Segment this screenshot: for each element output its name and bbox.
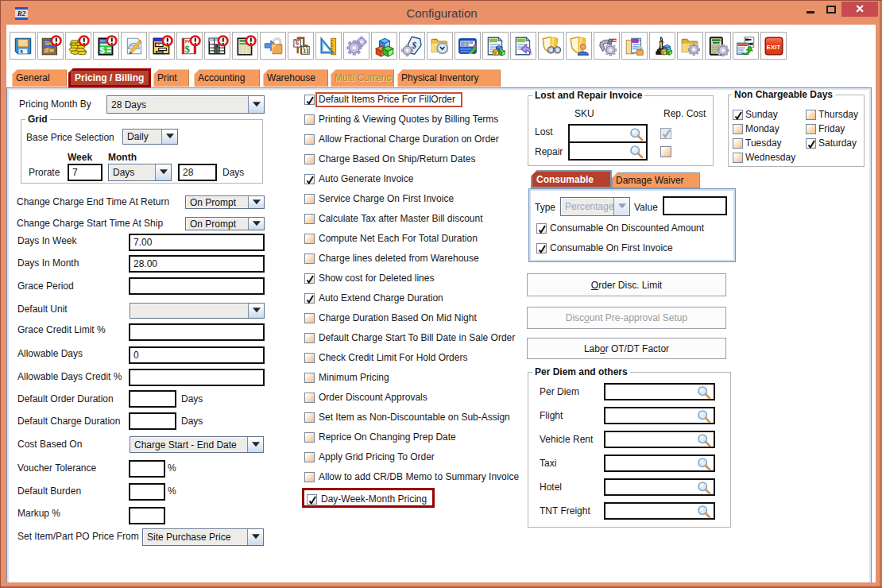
svg-text:$: $ — [185, 43, 191, 55]
svg-text:$: $ — [99, 45, 105, 55]
svg-text:$: $ — [216, 47, 219, 52]
svg-text:6: 6 — [296, 40, 299, 47]
svg-text:31: 31 — [303, 48, 309, 55]
svg-text:EXIT: EXIT — [767, 44, 781, 51]
